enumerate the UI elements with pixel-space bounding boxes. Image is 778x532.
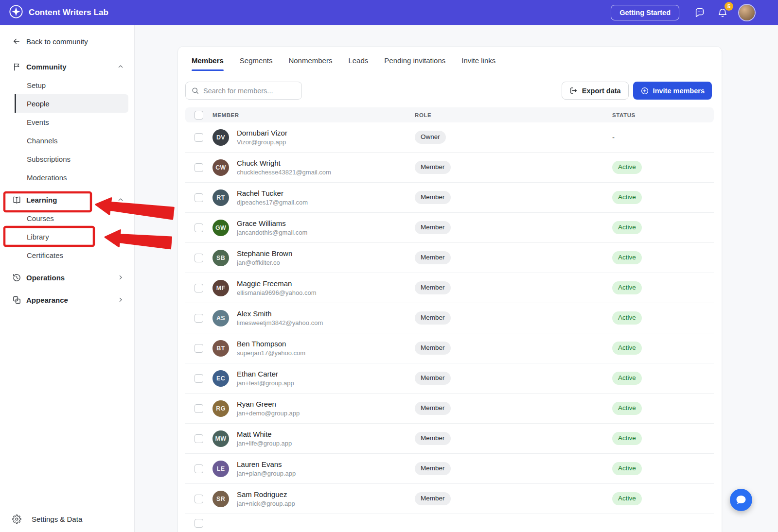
sidebar-section-learning[interactable]: Learning bbox=[0, 190, 134, 209]
table-row: BTBen Thompsonsuperjan17@yahoo.comMember… bbox=[185, 333, 714, 363]
table-row: MWMatt Whitejan+life@group.appMemberActi… bbox=[185, 424, 714, 454]
sidebar-item-certificates[interactable]: Certificates bbox=[15, 246, 128, 264]
row-checkbox[interactable] bbox=[194, 434, 203, 443]
table-row-partial bbox=[185, 514, 714, 532]
search-input[interactable] bbox=[203, 87, 296, 95]
member-email: limesweetjm3842@yahoo.com bbox=[237, 319, 323, 326]
messages-icon[interactable] bbox=[693, 6, 706, 19]
sidebar-item-setup[interactable]: Setup bbox=[15, 76, 128, 94]
row-checkbox[interactable] bbox=[194, 374, 203, 383]
status-badge: Active bbox=[612, 281, 642, 294]
back-arrow-icon bbox=[12, 37, 21, 46]
brand[interactable]: Content Writers Lab bbox=[9, 4, 108, 21]
tab-invite-links[interactable]: Invite links bbox=[461, 56, 495, 71]
sidebar: Back to community CommunitySetupPeopleEv… bbox=[0, 25, 135, 532]
sidebar-item-library[interactable]: Library bbox=[15, 227, 128, 246]
tab-bar: MembersSegmentsNonmembersLeadsPending in… bbox=[178, 56, 722, 71]
status-column-header: STATUS bbox=[612, 112, 714, 118]
member-avatar: GW bbox=[212, 220, 229, 236]
row-checkbox[interactable] bbox=[194, 193, 203, 202]
member-email: djpeaches17@gmail.com bbox=[237, 199, 308, 206]
member-avatar: RG bbox=[212, 400, 229, 417]
invite-members-button[interactable]: Invite members bbox=[633, 82, 712, 100]
row-checkbox[interactable] bbox=[194, 163, 203, 172]
notification-badge: 5 bbox=[725, 2, 733, 11]
appearance-icon bbox=[12, 295, 21, 305]
sidebar-section-community[interactable]: Community bbox=[0, 57, 134, 76]
notifications-icon[interactable]: 5 bbox=[716, 6, 729, 19]
plus-circle-icon bbox=[640, 86, 649, 95]
members-table: MEMBER ROLE STATUS DVDornubari VizorVizo… bbox=[185, 107, 714, 532]
sidebar-section-operations[interactable]: Operations bbox=[0, 268, 134, 287]
sidebar-item-courses[interactable]: Courses bbox=[15, 209, 128, 227]
section-label: Appearance bbox=[26, 296, 68, 304]
row-checkbox[interactable] bbox=[194, 284, 203, 292]
member-email: ellismania9696@yahoo.com bbox=[237, 289, 317, 296]
status-badge: Active bbox=[612, 402, 642, 415]
section-label: Learning bbox=[26, 196, 57, 204]
role-badge: Owner bbox=[415, 131, 446, 144]
export-data-button[interactable]: Export data bbox=[562, 82, 629, 100]
status-badge: Active bbox=[612, 191, 642, 204]
member-table-body: DVDornubari VizorVizor@group.appOwner-CW… bbox=[185, 122, 714, 514]
row-checkbox[interactable] bbox=[194, 344, 203, 353]
gear-icon bbox=[12, 515, 21, 524]
search-icon bbox=[191, 86, 199, 95]
settings-label: Settings & Data bbox=[32, 515, 82, 523]
member-email: jancandothis@gmail.com bbox=[237, 229, 307, 236]
learning-icon bbox=[12, 195, 21, 205]
back-to-community-link[interactable]: Back to community bbox=[0, 37, 134, 46]
member-email: jan+nick@group.app bbox=[237, 500, 295, 507]
row-checkbox[interactable] bbox=[194, 464, 203, 473]
tab-leads[interactable]: Leads bbox=[348, 56, 368, 71]
status-badge: Active bbox=[612, 221, 642, 234]
member-name: Stephanie Brown bbox=[237, 249, 292, 257]
tab-pending-invitations[interactable]: Pending invitations bbox=[384, 56, 445, 71]
invite-label: Invite members bbox=[653, 87, 705, 95]
status-badge: Active bbox=[612, 432, 642, 445]
select-all-checkbox[interactable] bbox=[194, 111, 203, 120]
export-label: Export data bbox=[582, 87, 621, 95]
sidebar-section-appearance[interactable]: Appearance bbox=[0, 291, 134, 309]
chevron-up-icon bbox=[117, 196, 124, 204]
sidebar-item-events[interactable]: Events bbox=[15, 113, 128, 131]
row-checkbox[interactable] bbox=[194, 495, 203, 503]
sidebar-item-moderations[interactable]: Moderations bbox=[15, 168, 128, 187]
settings-data-link[interactable]: Settings & Data bbox=[0, 506, 134, 532]
tab-nonmembers[interactable]: Nonmembers bbox=[288, 56, 332, 71]
status-badge: Active bbox=[612, 462, 642, 475]
member-column-header: MEMBER bbox=[212, 112, 415, 118]
sidebar-item-subscriptions[interactable]: Subscriptions bbox=[15, 150, 128, 168]
row-checkbox[interactable] bbox=[194, 223, 203, 232]
table-row: SRSam Rodriguezjan+nick@group.appMemberA… bbox=[185, 484, 714, 514]
table-row: SBStephanie Brownjan@offkilter.coMemberA… bbox=[185, 243, 714, 273]
row-checkbox[interactable] bbox=[194, 254, 203, 262]
row-checkbox[interactable] bbox=[194, 133, 203, 142]
row-checkbox[interactable] bbox=[194, 519, 203, 528]
member-avatar: SB bbox=[212, 250, 229, 266]
user-avatar[interactable] bbox=[739, 5, 755, 20]
role-badge: Member bbox=[415, 432, 451, 445]
section-label: Community bbox=[26, 63, 67, 71]
row-checkbox[interactable] bbox=[194, 404, 203, 413]
getting-started-button[interactable]: Getting Started bbox=[611, 5, 679, 20]
member-email: jan@offkilter.co bbox=[237, 259, 292, 266]
tab-members[interactable]: Members bbox=[192, 56, 224, 71]
tab-segments[interactable]: Segments bbox=[240, 56, 273, 71]
table-row: LELauren Evansjan+plan@group.appMemberAc… bbox=[185, 454, 714, 484]
row-checkbox[interactable] bbox=[194, 314, 203, 323]
sidebar-item-channels[interactable]: Channels bbox=[15, 131, 128, 150]
status-badge: Active bbox=[612, 342, 642, 355]
member-avatar: EC bbox=[212, 370, 229, 387]
chat-launcher-button[interactable] bbox=[730, 489, 752, 511]
member-avatar: CW bbox=[212, 159, 229, 176]
role-badge: Member bbox=[415, 251, 451, 264]
app-body: Back to community CommunitySetupPeopleEv… bbox=[0, 25, 778, 532]
member-avatar: RT bbox=[212, 189, 229, 206]
member-name: Dornubari Vizor bbox=[237, 129, 287, 137]
member-name: Alex Smith bbox=[237, 309, 323, 318]
role-badge: Member bbox=[415, 191, 451, 204]
member-avatar: MF bbox=[212, 280, 229, 296]
sidebar-item-people[interactable]: People bbox=[15, 94, 128, 113]
status-value: - bbox=[612, 133, 615, 141]
